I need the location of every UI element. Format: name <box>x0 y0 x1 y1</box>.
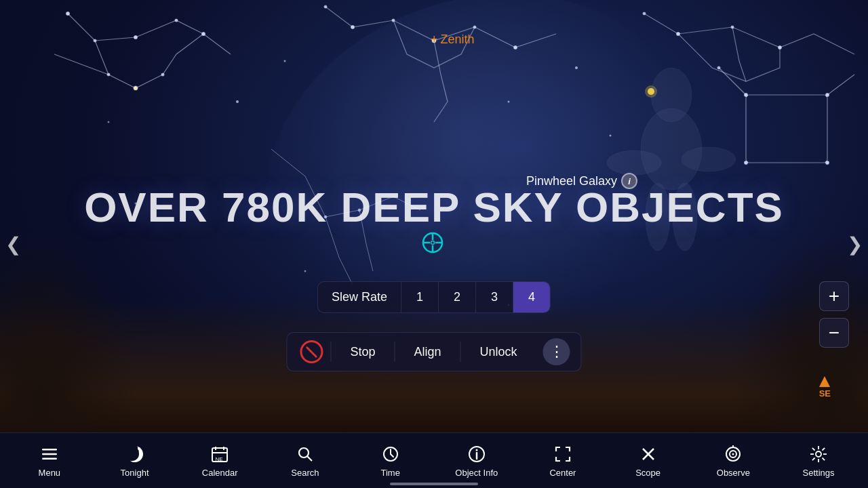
crosshair <box>420 230 445 255</box>
slew-rate-3[interactable]: 3 <box>476 282 513 312</box>
svg-point-71 <box>816 451 821 457</box>
center-icon <box>553 443 572 465</box>
home-indicator <box>390 483 478 485</box>
svg-rect-53 <box>42 458 57 460</box>
svg-point-50 <box>431 241 435 245</box>
svg-point-36 <box>108 121 110 123</box>
svg-point-13 <box>514 46 517 49</box>
align-button[interactable]: Align <box>400 340 454 365</box>
nav-item-time[interactable]: Time <box>363 439 418 482</box>
stop-button[interactable]: Stop <box>336 340 389 365</box>
svg-point-0 <box>66 12 70 16</box>
slew-rate-label: Slew Rate <box>318 282 401 312</box>
stop-diagonal-line <box>306 346 318 358</box>
svg-point-33 <box>304 270 307 272</box>
nav-label-observe: Observe <box>717 468 750 478</box>
unlock-button[interactable]: Unlock <box>467 340 531 365</box>
svg-point-8 <box>324 5 327 8</box>
svg-point-70 <box>732 453 734 455</box>
nav-arrow-left[interactable]: ❮ <box>5 233 21 256</box>
more-options-button[interactable]: ⋮ <box>543 338 570 365</box>
search-icon <box>296 443 315 465</box>
menu-icon <box>40 443 59 465</box>
moon-star-icon <box>125 443 144 465</box>
control-buttons-row: Stop Align Unlock ⋮ <box>286 332 581 371</box>
stop-icon[interactable] <box>298 338 325 365</box>
svg-line-76 <box>812 448 815 451</box>
svg-rect-51 <box>42 449 57 451</box>
svg-point-12 <box>473 26 476 28</box>
stop-circle <box>300 340 323 363</box>
bottom-nav-bar: Menu Tonight NE Calendar <box>0 432 868 488</box>
svg-point-24 <box>826 161 829 165</box>
nav-item-tonight[interactable]: Tonight <box>108 439 162 482</box>
nav-item-scope[interactable]: Scope <box>621 439 675 482</box>
nav-item-center[interactable]: Center <box>536 439 590 482</box>
rocks-left <box>0 234 136 437</box>
svg-point-54 <box>138 447 140 450</box>
svg-point-16 <box>731 26 734 28</box>
svg-point-30 <box>508 101 510 103</box>
svg-point-5 <box>107 73 110 76</box>
zoom-out-button[interactable]: − <box>819 318 849 348</box>
svg-point-10 <box>392 19 395 22</box>
nav-item-observe[interactable]: Observe <box>706 439 760 482</box>
time-icon <box>381 443 400 465</box>
svg-point-7 <box>161 73 164 76</box>
svg-line-77 <box>823 458 825 461</box>
zoom-in-button[interactable]: + <box>819 281 849 311</box>
nav-label-object-info: Object Info <box>455 468 498 478</box>
compass-indicator: SE <box>819 376 831 399</box>
svg-point-28 <box>236 100 239 103</box>
slew-rate-control: Slew Rate 1 2 3 4 <box>317 281 551 313</box>
svg-point-17 <box>778 46 782 49</box>
zoom-controls: + − <box>819 281 849 348</box>
svg-line-20 <box>827 75 854 95</box>
nav-item-object-info[interactable]: Object Info <box>448 439 505 482</box>
slew-rate-2[interactable]: 2 <box>439 282 476 312</box>
divider-1 <box>330 342 331 362</box>
settings-icon <box>809 443 828 465</box>
divider-2 <box>394 342 395 362</box>
svg-point-6 <box>134 86 138 90</box>
compass-label: SE <box>819 388 831 399</box>
svg-point-2 <box>134 36 138 39</box>
compass-triangle-icon <box>819 376 830 387</box>
nav-label-menu: Menu <box>39 468 61 478</box>
nav-label-search: Search <box>291 468 319 478</box>
nav-arrow-right[interactable]: ❯ <box>847 233 863 256</box>
svg-point-29 <box>284 60 286 62</box>
nav-label-settings: Settings <box>803 468 835 478</box>
zenith-label: + Zenith <box>431 33 475 47</box>
nav-item-search[interactable]: Search <box>278 439 332 482</box>
nav-label-center: Center <box>549 468 576 478</box>
main-title: OVER 780K DEEP SKY OBJECTS <box>0 183 868 231</box>
svg-point-4 <box>202 33 205 36</box>
nav-item-settings[interactable]: Settings <box>791 439 846 482</box>
nav-label-tonight: Tonight <box>121 468 149 478</box>
nav-label-time: Time <box>380 468 399 478</box>
divider-3 <box>460 342 461 362</box>
observe-icon <box>724 443 743 465</box>
svg-line-79 <box>812 458 815 461</box>
svg-point-3 <box>175 19 178 22</box>
nav-item-menu[interactable]: Menu <box>22 439 77 482</box>
svg-point-44 <box>682 147 736 171</box>
svg-line-78 <box>823 448 825 451</box>
svg-point-14 <box>643 12 646 15</box>
svg-point-22 <box>826 94 829 97</box>
svg-line-61 <box>307 457 312 462</box>
calendar-icon: NE <box>210 443 229 465</box>
svg-rect-52 <box>42 453 57 455</box>
svg-point-65 <box>475 449 477 451</box>
svg-point-60 <box>299 448 309 458</box>
svg-point-1 <box>94 39 96 42</box>
nav-label-scope: Scope <box>635 468 660 478</box>
svg-point-43 <box>607 150 661 175</box>
slew-rate-1[interactable]: 1 <box>401 282 439 312</box>
svg-text:NE: NE <box>216 456 223 462</box>
nav-label-calendar: Calendar <box>202 468 238 478</box>
nav-item-calendar[interactable]: NE Calendar <box>193 439 247 482</box>
info-icon <box>467 443 486 465</box>
slew-rate-4[interactable]: 4 <box>513 282 550 312</box>
